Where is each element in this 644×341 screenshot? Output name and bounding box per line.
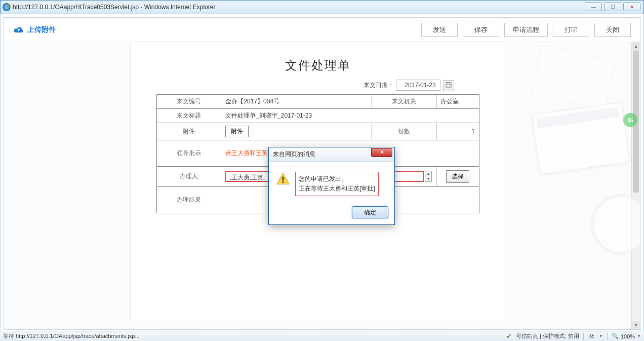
result-label: 办理结果	[157, 186, 221, 213]
date-label: 来文日期：	[364, 82, 394, 89]
scroll-up-arrow[interactable]: ▲	[632, 42, 640, 51]
copies-value[interactable]: 1	[436, 123, 479, 140]
send-button[interactable]: 发送	[421, 23, 458, 37]
close-button[interactable]: 关闭	[594, 23, 631, 37]
table-row: 附件 附件 份数 1	[157, 123, 479, 140]
trusted-site-text: 可信站点 | 保护模式: 禁用	[516, 332, 579, 340]
doc-no-value[interactable]: 金办【2017】004号	[221, 94, 372, 108]
leader-label: 领导批示	[157, 140, 221, 166]
select-cell: 选择	[436, 166, 479, 186]
zoom-value: 100%	[621, 333, 635, 339]
toolbar-buttons: 发送 保存 申请流程 打印 关闭	[421, 23, 631, 37]
dialog-footer: 确定	[269, 202, 394, 224]
scroll-thumb[interactable]	[633, 51, 639, 193]
dialog-body: 您的申请已发出。 正在等待王大勇和王英[审批]	[269, 162, 394, 202]
status-right: ✔ 可信站点 | 保护模式: 禁用 🛠 ▼ 🔍 100% ▼	[506, 332, 641, 340]
attachment-button[interactable]: 附件	[225, 126, 249, 137]
status-text: 等待 http://127.0.0.1/OAapp/jsp/trace/atta…	[3, 332, 506, 340]
title-label: 来文标题	[157, 108, 221, 123]
org-label: 来文机关	[372, 94, 436, 108]
svg-rect-6	[283, 181, 284, 183]
window-close-button[interactable]: ✕	[623, 2, 640, 11]
form-title: 文件处理单	[156, 57, 479, 73]
title-value[interactable]: 文件处理单_刘晓宇_2017-01-23	[221, 108, 479, 123]
dialog-ok-button[interactable]: 确定	[352, 206, 388, 218]
print-button[interactable]: 打印	[553, 23, 589, 37]
org-value[interactable]: 办公室	[436, 94, 479, 108]
svg-rect-5	[283, 177, 284, 181]
spinner-up-icon[interactable]: ▲	[425, 171, 431, 176]
table-row: 来文标题 文件处理单_刘晓宇_2017-01-23	[157, 108, 479, 123]
dialog-close-button[interactable]: ✕	[371, 148, 392, 157]
tools-icon[interactable]: 🛠	[588, 333, 595, 340]
calendar-icon[interactable]	[443, 80, 454, 91]
scroll-down-arrow[interactable]: ▼	[632, 321, 640, 329]
alert-dialog: 来自网页的消息 ✕ 您的申请已发出。 正在等待王大勇和王英[审批] 确定	[268, 147, 395, 225]
date-row: 来文日期： 2017-01-23	[156, 80, 479, 91]
date-input[interactable]: 2017-01-23	[396, 80, 440, 91]
save-button[interactable]: 保存	[463, 23, 499, 37]
handler-spinner[interactable]: ▲ ▼	[425, 171, 432, 182]
zoom-icon: 🔍	[612, 333, 619, 340]
spinner-down-icon[interactable]: ▼	[425, 176, 431, 181]
copies-label: 份数	[372, 123, 436, 140]
cloud-upload-icon	[13, 26, 24, 34]
apply-flow-button[interactable]: 申请流程	[504, 23, 548, 37]
select-handler-button[interactable]: 选择	[446, 170, 469, 183]
zoom-control[interactable]: 🔍 100% ▼	[612, 333, 641, 340]
toolbar: 上传附件 发送 保存 申请流程 打印 关闭	[4, 18, 640, 42]
window-controls: — ☐ ✕	[585, 2, 640, 11]
warning-icon	[276, 172, 290, 186]
upload-label: 上传附件	[27, 25, 56, 34]
status-bar: 等待 http://127.0.0.1/OAapp/jsp/trace/atta…	[0, 331, 644, 341]
vertical-scrollbar[interactable]: ▲ ▼	[631, 42, 640, 329]
trusted-check-icon: ✔	[506, 332, 512, 340]
window-title: http://127.0.0.1/OAapp/HtTrace0503Servle…	[13, 4, 215, 11]
window-maximize-button[interactable]: ☐	[604, 2, 621, 11]
dialog-message: 您的申请已发出。 正在等待王大勇和王英[审批]	[295, 172, 379, 196]
upload-attachment-link[interactable]: 上传附件	[13, 25, 56, 34]
background-decoration: 56	[490, 42, 631, 245]
attach-cell: 附件	[221, 123, 372, 140]
window-titlebar: http://127.0.0.1/OAapp/HtTrace0503Servle…	[0, 0, 644, 14]
dialog-title: 来自网页的消息	[273, 150, 315, 159]
handler-label: 办理人	[157, 166, 221, 186]
dialog-line1: 您的申请已发出。	[299, 174, 375, 184]
ie-icon	[3, 3, 11, 11]
dialog-line2: 正在等待王大勇和王英[审批]	[299, 184, 375, 194]
attach-label: 附件	[157, 123, 221, 140]
window-minimize-button[interactable]: —	[585, 2, 602, 11]
doc-no-label: 来文编号	[157, 94, 221, 108]
dialog-titlebar[interactable]: 来自网页的消息 ✕	[269, 147, 394, 162]
table-row: 来文编号 金办【2017】004号 来文机关 办公室	[157, 94, 479, 108]
svg-rect-0	[446, 83, 451, 87]
